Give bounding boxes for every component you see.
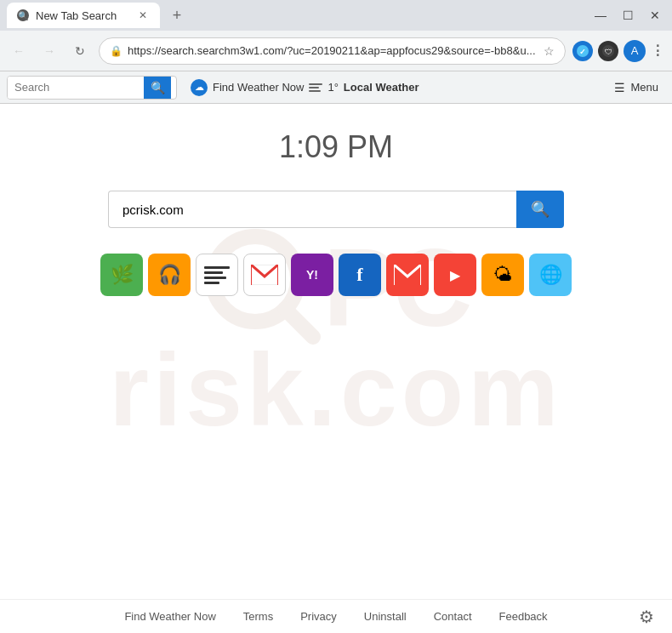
gmail2-icon (394, 265, 421, 285)
shortcuts-bar: 🌿 🎧 (100, 254, 572, 296)
page-content: PC risk.com 1:09 PM 🔍 🌿 🎧 (0, 104, 672, 599)
yahoo-icon: Y! (306, 268, 318, 282)
settings-gear-button[interactable]: ⚙ (635, 605, 658, 629)
svg-text:🛡: 🛡 (605, 48, 612, 56)
shortcut-facebook[interactable]: f (339, 254, 381, 296)
minimize-button[interactable]: — (590, 5, 611, 26)
shortcut-world[interactable]: 🌐 (529, 254, 572, 296)
profile-icon[interactable]: A (624, 40, 646, 62)
page-footer: Find Weather Now Terms Privacy Uninstall… (0, 599, 672, 633)
main-search-form: 🔍 (108, 191, 564, 228)
svg-text:✓: ✓ (579, 48, 586, 56)
shortcut-youtube[interactable]: ▶ (434, 254, 476, 296)
footer-link-weather[interactable]: Find Weather Now (124, 610, 215, 623)
local-weather-text: Local Weather (344, 81, 419, 94)
footer-link-feedback[interactable]: Feedback (499, 610, 548, 623)
main-search-button[interactable]: 🔍 (516, 191, 564, 228)
tab-title: New Tab Search (36, 9, 117, 22)
tab-favicon-icon (17, 9, 29, 21)
browser-window: New Tab Search ✕ + — ☐ ✕ ← → ↻ 🔒 https:/… (0, 0, 672, 633)
new-tab-button[interactable]: + (167, 5, 187, 26)
extension-icon-2[interactable]: 🛡 (598, 41, 618, 61)
footer-link-uninstall[interactable]: Uninstall (364, 610, 407, 623)
shortcut-leaf[interactable]: 🌿 (100, 254, 143, 296)
extension-icon-1[interactable]: ✓ (572, 41, 593, 61)
shortcut-news[interactable] (196, 254, 238, 296)
leaf-icon: 🌿 (111, 264, 134, 286)
window-controls: — ☐ ✕ (590, 5, 665, 26)
tab-close-button[interactable]: ✕ (136, 9, 150, 22)
watermark-risk-text: risk.com (109, 339, 563, 441)
temperature-text: 1° (327, 81, 338, 94)
weather-cloud-icon (191, 79, 208, 96)
hamburger-icon: ☰ (614, 81, 625, 94)
time-display: 1:09 PM (279, 129, 393, 165)
main-menu-button[interactable]: ☰ Menu (607, 77, 665, 98)
browser-toolbar: 🔍 Find Weather Now 1° Local Weather ☰ Me… (0, 71, 672, 104)
tab-area: New Tab Search ✕ + (7, 3, 584, 28)
shortcut-audible[interactable]: 🎧 (148, 254, 191, 296)
active-tab[interactable]: New Tab Search ✕ (7, 3, 160, 28)
footer-link-privacy[interactable]: Privacy (300, 610, 337, 623)
facebook-icon: f (356, 264, 362, 286)
weather-prefix: Find Weather Now (213, 81, 304, 94)
browser-menu-button[interactable]: ⋮ (651, 43, 665, 59)
back-button[interactable]: ← (7, 39, 31, 63)
footer-link-contact[interactable]: Contact (434, 610, 472, 623)
svg-line-5 (285, 309, 313, 337)
shortcut-yahoo[interactable]: Y! (291, 254, 333, 296)
shortcut-gmail[interactable] (243, 254, 286, 296)
news-icon (199, 261, 235, 289)
main-search-input[interactable] (108, 191, 516, 228)
weather-shortcut-icon: 🌤 (493, 264, 512, 286)
toolbar-search-button[interactable]: 🔍 (144, 77, 171, 99)
url-bar[interactable]: 🔒 https://search.searchm3w1.com/?uc=2019… (99, 37, 566, 65)
url-text: https://search.searchm3w1.com/?uc=201902… (128, 44, 538, 57)
toolbar-search-input[interactable] (8, 77, 144, 99)
audible-icon: 🎧 (158, 264, 181, 286)
gmail-icon (251, 265, 278, 285)
refresh-button[interactable]: ↻ (68, 39, 92, 63)
toolbar-search-bar[interactable]: 🔍 (7, 76, 177, 100)
lock-icon: 🔒 (110, 45, 122, 57)
weather-widget: Find Weather Now 1° Local Weather (191, 79, 419, 96)
world-icon: 🌐 (539, 264, 562, 286)
bookmark-star-icon[interactable]: ☆ (544, 44, 555, 58)
watermark: PC risk.com (0, 104, 672, 565)
maximize-button[interactable]: ☐ (618, 5, 638, 26)
footer-link-terms[interactable]: Terms (243, 610, 273, 623)
shortcut-gmail2[interactable] (386, 254, 429, 296)
menu-label: Menu (630, 81, 658, 94)
youtube-icon: ▶ (450, 267, 460, 283)
weather-lines-icon (309, 83, 322, 92)
title-bar: New Tab Search ✕ + — ☐ ✕ (0, 0, 672, 31)
address-bar: ← → ↻ 🔒 https://search.searchm3w1.com/?u… (0, 31, 672, 71)
shortcut-weather[interactable]: 🌤 (481, 254, 524, 296)
forward-button[interactable]: → (37, 39, 61, 63)
close-button[interactable]: ✕ (645, 5, 665, 26)
toolbar-icons: ✓ 🛡 A ⋮ (572, 40, 665, 62)
